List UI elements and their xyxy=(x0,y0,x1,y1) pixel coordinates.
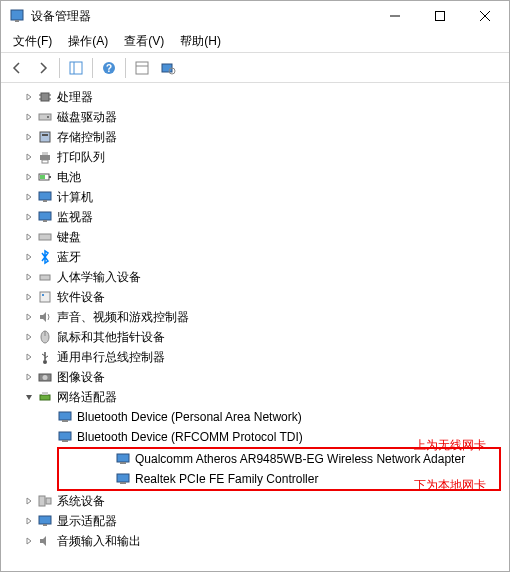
chevron-right-icon[interactable] xyxy=(21,209,37,225)
minimize-button[interactable] xyxy=(372,2,417,30)
tree-item-label: 监视器 xyxy=(57,209,93,226)
scan-button[interactable] xyxy=(156,56,180,80)
tree-item[interactable]: 音频输入和输出 xyxy=(1,531,509,551)
annotation-wireless: 上为无线网卡 xyxy=(414,437,486,454)
device-category-icon xyxy=(37,389,53,405)
show-hide-tree-button[interactable] xyxy=(64,56,88,80)
chevron-right-icon[interactable] xyxy=(21,349,37,365)
device-category-icon xyxy=(37,209,53,225)
tree-item[interactable]: 显示适配器 xyxy=(1,511,509,531)
chevron-right-icon[interactable] xyxy=(21,149,37,165)
window-controls xyxy=(372,2,507,30)
chevron-right-icon[interactable] xyxy=(21,309,37,325)
tree-item-label: 系统设备 xyxy=(57,493,105,510)
chevron-right-icon[interactable] xyxy=(21,169,37,185)
tree-item-label: 图像设备 xyxy=(57,369,105,386)
svg-rect-57 xyxy=(46,498,51,504)
tree-item[interactable]: 存储控制器 xyxy=(1,127,509,147)
tree-item[interactable]: 计算机 xyxy=(1,187,509,207)
svg-rect-25 xyxy=(42,160,48,163)
tree-item[interactable]: 磁盘驱动器 xyxy=(1,107,509,127)
svg-rect-32 xyxy=(43,220,47,222)
device-category-icon xyxy=(37,309,53,325)
separator xyxy=(92,58,93,78)
tree-item[interactable]: 图像设备 xyxy=(1,367,509,387)
chevron-right-icon[interactable] xyxy=(21,289,37,305)
svg-rect-27 xyxy=(49,176,51,178)
device-category-icon xyxy=(37,289,53,305)
tree-item[interactable]: 人体学输入设备 xyxy=(1,267,509,287)
tree-item[interactable]: 网络适配器 xyxy=(1,387,509,407)
chevron-right-icon[interactable] xyxy=(21,109,37,125)
tree-item-label: 声音、视频和游戏控制器 xyxy=(57,309,189,326)
menu-action[interactable]: 操作(A) xyxy=(60,31,116,52)
chevron-right-icon[interactable] xyxy=(21,369,37,385)
app-icon xyxy=(9,8,25,24)
tree-item-label: Bluetooth Device (Personal Area Network) xyxy=(77,410,302,424)
tree-item[interactable]: 声音、视频和游戏控制器 xyxy=(1,307,509,327)
tree-item-label: Realtek PCIe FE Family Controller xyxy=(135,472,318,486)
device-category-icon xyxy=(37,369,53,385)
device-category-icon xyxy=(37,533,53,549)
tree-item[interactable]: 通用串行总线控制器 xyxy=(1,347,509,367)
svg-text:?: ? xyxy=(106,63,112,74)
tree-child-item[interactable]: Bluetooth Device (Personal Area Network) xyxy=(1,407,509,427)
tree-item[interactable]: 电池 xyxy=(1,167,509,187)
svg-rect-6 xyxy=(70,62,82,74)
tree-item-label: 打印队列 xyxy=(57,149,105,166)
device-category-icon xyxy=(37,493,53,509)
tree-item[interactable]: 处理器 xyxy=(1,87,509,107)
chevron-right-icon[interactable] xyxy=(21,493,37,509)
tree-item[interactable]: 系统设备 xyxy=(1,491,509,511)
svg-rect-55 xyxy=(120,482,126,484)
forward-button[interactable] xyxy=(31,56,55,80)
network-adapter-icon xyxy=(115,451,131,467)
tree-item-label: 网络适配器 xyxy=(57,389,117,406)
svg-rect-47 xyxy=(42,392,48,395)
help-button[interactable]: ? xyxy=(97,56,121,80)
svg-rect-35 xyxy=(40,275,50,280)
device-category-icon xyxy=(37,229,53,245)
chevron-right-icon[interactable] xyxy=(21,89,37,105)
svg-rect-14 xyxy=(41,93,49,101)
chevron-right-icon[interactable] xyxy=(21,229,37,245)
tree-item-label: 存储控制器 xyxy=(57,129,117,146)
chevron-right-icon[interactable] xyxy=(21,513,37,529)
svg-rect-30 xyxy=(43,200,47,202)
properties-button[interactable] xyxy=(130,56,154,80)
chevron-right-icon[interactable] xyxy=(21,189,37,205)
svg-rect-24 xyxy=(42,152,48,155)
menu-file[interactable]: 文件(F) xyxy=(5,31,60,52)
chevron-right-icon[interactable] xyxy=(21,269,37,285)
svg-rect-46 xyxy=(40,395,50,400)
chevron-right-icon[interactable] xyxy=(21,329,37,345)
menu-help[interactable]: 帮助(H) xyxy=(172,31,229,52)
chevron-right-icon[interactable] xyxy=(21,249,37,265)
tree-item[interactable]: 打印队列 xyxy=(1,147,509,167)
tree-item[interactable]: 软件设备 xyxy=(1,287,509,307)
tree-item[interactable]: 监视器 xyxy=(1,207,509,227)
chevron-right-icon[interactable] xyxy=(21,129,37,145)
toolbar: ? xyxy=(1,53,509,83)
svg-point-45 xyxy=(43,375,48,380)
back-button[interactable] xyxy=(5,56,29,80)
device-category-icon xyxy=(37,329,53,345)
device-category-icon xyxy=(37,149,53,165)
svg-rect-31 xyxy=(39,212,51,220)
chevron-right-icon[interactable] xyxy=(21,533,37,549)
svg-rect-3 xyxy=(435,12,444,21)
tree-item[interactable]: 鼠标和其他指针设备 xyxy=(1,327,509,347)
device-tree[interactable]: 处理器 磁盘驱动器 存储控制器 打印队列 电池 计算机 监视器 键盘 蓝牙 人体… xyxy=(1,83,509,571)
separator xyxy=(125,58,126,78)
svg-rect-1 xyxy=(15,20,19,22)
menu-view[interactable]: 查看(V) xyxy=(116,31,172,52)
tree-item[interactable]: 蓝牙 xyxy=(1,247,509,267)
chevron-down-icon[interactable] xyxy=(21,389,37,405)
network-adapter-icon xyxy=(57,409,73,425)
svg-rect-48 xyxy=(59,412,71,420)
close-button[interactable] xyxy=(462,2,507,30)
svg-rect-19 xyxy=(39,114,51,120)
maximize-button[interactable] xyxy=(417,2,462,30)
tree-item-label: 计算机 xyxy=(57,189,93,206)
tree-item[interactable]: 键盘 xyxy=(1,227,509,247)
